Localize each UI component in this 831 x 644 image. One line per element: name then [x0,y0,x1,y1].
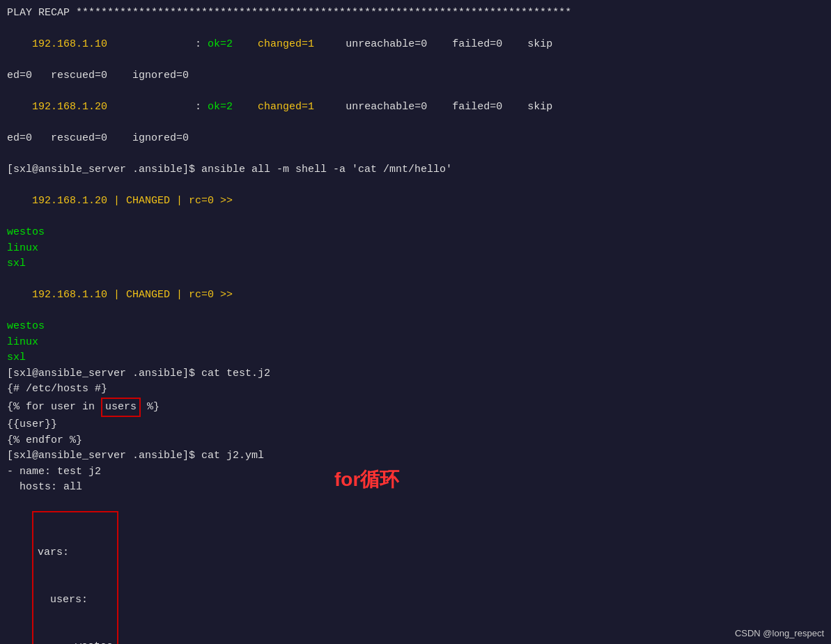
for-annotation: for循环 [334,466,399,493]
empty-line-1 [7,147,824,163]
vars-line1: vars: [38,545,113,561]
vars-line3: - westos [38,639,113,644]
for-loop-line: {% for user in users %} [7,398,824,418]
users-highlight: users [101,398,141,418]
hosts-comment-line: {# /etc/hosts #} [7,382,824,398]
endfor-line: {% endfor %} [7,433,824,449]
recap-ip1-cont: ed=0 rescued=0 ignored=0 [7,68,824,84]
output-linux-1: linux [7,241,824,257]
output-westos-1: westos [7,225,824,241]
user-var-line: {{user}} [7,417,824,433]
recap-ip2-line: 192.168.1.20 : ok=2 changed=1 unreachabl… [7,84,824,132]
vars-line2: users: [38,592,113,608]
vars-block-line: vars: users: - westos - linux - sxl [7,496,824,645]
hosts-all-line: hosts: all [7,480,824,496]
recap-header-line: PLAY RECAP *****************************… [7,6,824,22]
output-linux-2: linux [7,335,824,351]
recap-ip1-line: 192.168.1.10 : ok=2 changed=1 unreachabl… [7,22,824,69]
output-sxl-2: sxl [7,350,824,366]
cat-j2yml-command: [sxl@ansible_server .ansible]$ cat j2.ym… [7,448,824,464]
output-westos-2: westos [7,319,824,335]
terminal: PLAY RECAP *****************************… [0,0,831,644]
ansible-command-line: [sxl@ansible_server .ansible]$ ansible a… [7,162,824,178]
changed-line-10: 192.168.1.10 | CHANGED | rc=0 >> [7,272,824,320]
cat-test-j2-command: [sxl@ansible_server .ansible]$ cat test.… [7,366,824,382]
output-sxl-1: sxl [7,256,824,272]
recap-ip2-cont: ed=0 rescued=0 ignored=0 [7,131,824,147]
csdn-watermark: CSDN @long_respect [735,628,824,638]
changed-line-20: 192.168.1.20 | CHANGED | rc=0 >> [7,178,824,226]
name-test-j2-line: - name: test j2 [7,464,824,480]
vars-red-box: vars: users: - westos - linux - sxl [32,511,118,644]
